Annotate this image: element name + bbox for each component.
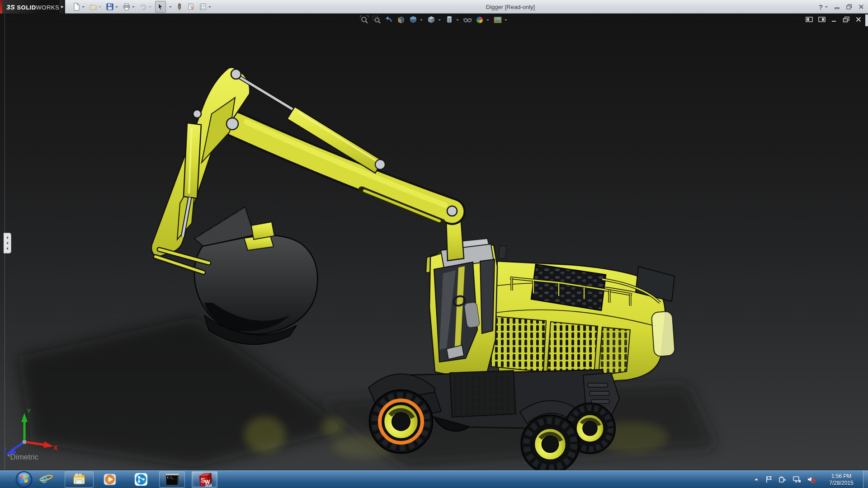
- rebuild-button[interactable]: [175, 1, 184, 13]
- display-style-icon: [445, 15, 454, 24]
- save-button[interactable]: [105, 1, 120, 13]
- section-view-icon: [396, 15, 406, 24]
- window-title: Digger [Read-only]: [203, 0, 817, 14]
- svg-text:e: e: [41, 472, 47, 486]
- zoom-to-area-button[interactable]: [372, 15, 381, 24]
- show-desktop-button[interactable]: [863, 470, 868, 488]
- dropdown-caret-icon[interactable]: [504, 18, 508, 22]
- file-properties-button[interactable]: [186, 1, 196, 13]
- taskbar-item-solidworks[interactable]: S W 2015: [192, 471, 217, 488]
- collapse-arrow-icon: [5, 241, 9, 245]
- zoom-to-fit-button[interactable]: [360, 15, 369, 24]
- dropdown-caret-icon[interactable]: [131, 5, 136, 9]
- new-document-icon: [72, 3, 80, 11]
- appearance-sphere-icon: [475, 15, 484, 24]
- cmd-prompt-text: C:\_: [167, 476, 174, 479]
- traffic-light-icon: [175, 3, 184, 11]
- window-controls: ?: [819, 0, 864, 14]
- clock-time: 1:56 PM: [824, 473, 859, 479]
- task-pane-collapsed-tab[interactable]: [865, 14, 868, 26]
- volume-muted-icon[interactable]: [807, 476, 816, 483]
- file-properties-icon: [187, 3, 195, 11]
- undo-button[interactable]: [138, 1, 153, 13]
- taskbar-item-branch-app[interactable]: [133, 471, 149, 488]
- windows-start-orb-icon: [15, 471, 33, 488]
- wheel-front-right[interactable]: [521, 415, 580, 470]
- view-orientation-button[interactable]: [427, 15, 442, 24]
- bucket[interactable]: [194, 207, 317, 344]
- collapse-arrow-icon: [5, 247, 9, 250]
- select-dropdown-caret-icon[interactable]: [168, 5, 173, 9]
- taskbar-item-internet-explorer[interactable]: e: [38, 471, 54, 488]
- triad-y-label: Y: [27, 408, 31, 414]
- apply-scene-button[interactable]: [493, 15, 508, 24]
- network-icon[interactable]: [793, 476, 801, 483]
- excavator-model[interactable]: [0, 14, 868, 470]
- edit-appearance-button[interactable]: [475, 15, 490, 24]
- power-icon[interactable]: [778, 476, 787, 483]
- dropdown-caret-icon[interactable]: [455, 18, 460, 22]
- action-center-flag-icon[interactable]: [765, 476, 773, 483]
- new-button[interactable]: [71, 1, 86, 13]
- triad-y-axis: Y: [21, 408, 31, 442]
- clock-date: 7/28/2015: [824, 480, 859, 486]
- select-tool-button[interactable]: [155, 1, 166, 13]
- solidworks-year-badge: 2015: [205, 484, 212, 487]
- previous-view-button[interactable]: [384, 15, 393, 24]
- dropdown-caret-icon[interactable]: [437, 18, 442, 22]
- glasses-icon: [463, 15, 472, 24]
- triad-x-axis: X: [24, 441, 58, 451]
- dropdown-caret-icon[interactable]: [98, 5, 102, 9]
- print-button[interactable]: [122, 1, 137, 13]
- doc-restore-button[interactable]: [843, 16, 850, 23]
- document-window-controls: [806, 16, 862, 23]
- logo-red-stripe: [0, 0, 2, 14]
- dropdown-caret-icon[interactable]: [486, 18, 490, 22]
- solidworks-logo[interactable]: 3SSOLIDWORKS: [0, 0, 60, 14]
- doc-minimize-button[interactable]: [831, 16, 837, 23]
- hide-show-items-button[interactable]: [463, 15, 472, 24]
- heads-up-view-toolbar: [360, 15, 508, 24]
- excavator-body[interactable]: [426, 239, 675, 387]
- taskbar-item-media-player[interactable]: [102, 471, 118, 488]
- undo-arrow-icon: [139, 3, 147, 11]
- zoom-to-fit-icon: [360, 15, 369, 24]
- section-view-button[interactable]: [396, 15, 406, 24]
- graphics-viewport[interactable]: Y X Z *Dimetric: [0, 14, 868, 470]
- help-button[interactable]: ?: [819, 3, 829, 11]
- previous-view-icon: [384, 15, 393, 24]
- doc-window-right-icon[interactable]: [818, 16, 826, 23]
- orientation-triad: Y X Z: [3, 401, 61, 458]
- doc-window-left-icon[interactable]: [806, 16, 813, 23]
- brand-works: WORKS: [36, 4, 60, 11]
- doc-close-button[interactable]: [855, 16, 862, 23]
- close-button[interactable]: [858, 4, 864, 10]
- dropdown-caret-icon[interactable]: [148, 5, 152, 9]
- show-hidden-icons-button[interactable]: [753, 476, 760, 483]
- menu-expand-arrow-icon[interactable]: ▶: [60, 0, 65, 14]
- title-bar: 3SSOLIDWORKS ▶: [0, 0, 868, 14]
- brand-prefix: 3S: [6, 3, 15, 11]
- taskbar-item-windows-explorer[interactable]: [65, 471, 94, 488]
- open-folder-icon: [89, 3, 97, 11]
- feature-manager-collapsed-tab[interactable]: [4, 233, 11, 253]
- restore-button[interactable]: [846, 4, 853, 10]
- view-settings-button[interactable]: [409, 15, 424, 24]
- windows-explorer-icon: [72, 472, 86, 487]
- solidworks-2015-icon: S W 2015: [197, 472, 212, 487]
- taskbar-clock[interactable]: 1:56 PM 7/28/2015: [824, 470, 859, 488]
- display-style-button[interactable]: [445, 15, 460, 24]
- help-caret-icon[interactable]: [824, 5, 829, 9]
- dropdown-caret-icon[interactable]: [419, 18, 424, 22]
- scene-photo-icon: [493, 15, 502, 24]
- start-button[interactable]: [14, 471, 34, 488]
- dropdown-caret-icon[interactable]: [114, 5, 119, 9]
- branch-app-icon: [134, 472, 148, 487]
- help-icon: ?: [819, 3, 823, 11]
- dropdown-caret-icon[interactable]: [81, 5, 85, 9]
- triad-x-label: X: [53, 444, 58, 451]
- minimize-button[interactable]: [834, 4, 840, 10]
- open-button[interactable]: [88, 1, 103, 13]
- taskbar-item-command-prompt[interactable]: C:\_: [159, 471, 185, 488]
- internet-explorer-icon: e: [39, 472, 53, 487]
